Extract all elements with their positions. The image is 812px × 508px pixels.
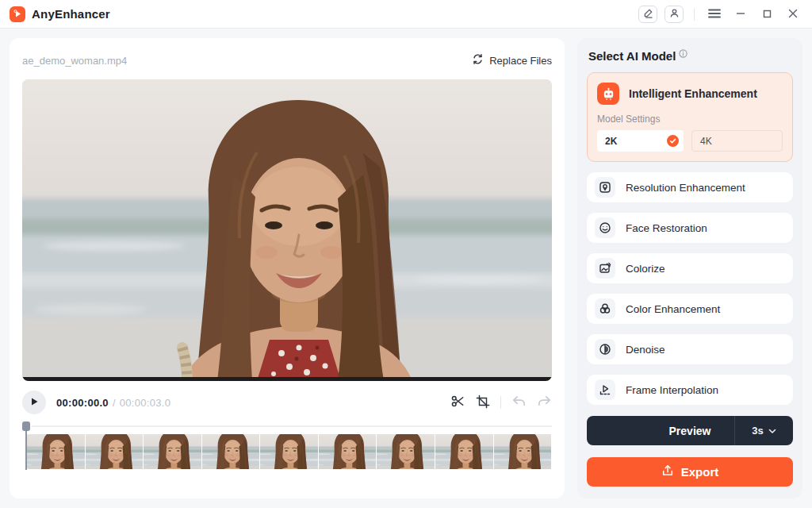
timeline-track[interactable] <box>32 425 552 427</box>
user-icon <box>669 7 680 21</box>
option-2k-button[interactable]: 2K <box>597 130 684 152</box>
account-button[interactable] <box>665 6 684 23</box>
pencil-icon <box>643 7 653 21</box>
resolution-enhancement-icon <box>595 177 615 198</box>
model-item-denoise[interactable]: Denoise <box>587 334 793 364</box>
model-item-resolution-enhancement[interactable]: Resolution Enhancement <box>587 172 793 202</box>
export-icon <box>661 464 674 479</box>
refresh-icon <box>472 53 484 67</box>
time-display: 00:00:00.0 / 00:00:03.0 <box>56 397 170 409</box>
titlebar: AnyEnhancer <box>0 0 812 29</box>
chevron-down-icon <box>768 425 776 437</box>
close-icon <box>788 7 798 21</box>
menu-button[interactable] <box>705 6 724 23</box>
preview-duration-dropdown[interactable]: 3s <box>734 416 793 445</box>
model-item-colorize[interactable]: Colorize <box>587 253 793 283</box>
face-restoration-icon <box>595 217 615 238</box>
tools-divider <box>500 396 501 409</box>
minimize-icon <box>736 7 745 21</box>
replace-files-button[interactable]: Replace Files <box>472 53 552 67</box>
crop-icon <box>476 394 490 411</box>
option-4k-button[interactable]: 4K <box>691 130 783 152</box>
preview-duration-value: 3s <box>752 425 763 437</box>
option-4k-label: 4K <box>700 136 712 147</box>
redo-button[interactable] <box>537 394 552 410</box>
robot-icon <box>597 83 619 105</box>
minimize-button[interactable] <box>731 6 750 23</box>
time-separator: / <box>113 397 116 409</box>
timeline-thumbnail[interactable] <box>435 434 494 469</box>
timeline-thumbnails[interactable] <box>27 434 552 469</box>
trim-button[interactable] <box>450 394 465 411</box>
check-icon <box>667 135 679 147</box>
crop-button[interactable] <box>476 394 490 411</box>
app-title: AnyEnhancer <box>32 7 110 21</box>
info-icon[interactable] <box>679 47 688 61</box>
filename-label: ae_demo_woman.mp4 <box>22 55 127 67</box>
timeline-thumbnail[interactable] <box>319 434 377 469</box>
total-duration: 00:00:03.0 <box>120 397 170 409</box>
model-item-label: Colorize <box>626 263 665 275</box>
feedback-button[interactable] <box>638 6 657 23</box>
frame-interpolation-icon <box>595 379 615 400</box>
model-settings-label: Model Settings <box>597 114 783 125</box>
model-item-label: Color Enhancement <box>626 303 720 315</box>
denoise-icon <box>595 339 615 360</box>
model-item-color-enhancement[interactable]: Color Enhancement <box>587 294 793 324</box>
timeline-playhead[interactable] <box>22 421 32 472</box>
model-item-intelligent-enhancement[interactable]: Intelligent Enhancement Model Settings 2… <box>587 72 793 162</box>
titlebar-divider <box>694 8 695 21</box>
timeline-thumbnail[interactable] <box>494 434 553 469</box>
video-scene <box>22 79 552 381</box>
timeline-thumbnail[interactable] <box>144 434 202 469</box>
video-panel: ae_demo_woman.mp4 Replace Files <box>10 38 565 498</box>
close-button[interactable] <box>783 6 802 23</box>
hamburger-icon <box>708 7 721 21</box>
sidebar-title: Select AI Model <box>588 49 676 63</box>
timeline-thumbnail[interactable] <box>86 434 144 469</box>
ai-model-sidebar: Select AI Model Intelligent Enhancement … <box>577 38 802 498</box>
export-button[interactable]: Export <box>587 457 793 487</box>
maximize-icon <box>763 7 772 21</box>
model-list: Resolution Enhancement Face Restoration … <box>587 172 793 405</box>
replace-files-label: Replace Files <box>489 55 552 67</box>
color-enhancement-icon <box>595 298 615 319</box>
timeline-thumbnail[interactable] <box>202 434 261 469</box>
timeline-thumbnail[interactable] <box>377 434 435 469</box>
undo-icon <box>511 394 527 410</box>
redo-icon <box>537 394 552 410</box>
option-2k-label: 2K <box>605 136 617 147</box>
model-item-label: Frame Interpolation <box>626 384 718 396</box>
play-icon <box>29 397 39 409</box>
undo-button[interactable] <box>511 394 527 410</box>
colorize-icon <box>595 258 615 279</box>
app-logo-icon <box>10 6 25 22</box>
preview-label: Preview <box>669 425 711 437</box>
timeline-thumbnail[interactable] <box>260 434 319 469</box>
model-item-label: Intelligent Enhancement <box>629 87 757 100</box>
video-preview[interactable] <box>22 79 552 381</box>
play-button[interactable] <box>22 391 46 414</box>
current-time: 00:00:00.0 <box>56 397 109 409</box>
timeline <box>22 421 552 474</box>
export-label: Export <box>681 465 719 479</box>
preview-button[interactable]: Preview 3s <box>587 416 793 445</box>
model-item-frame-interpolation[interactable]: Frame Interpolation <box>587 375 793 405</box>
timeline-thumbnail[interactable] <box>27 434 86 469</box>
maximize-button[interactable] <box>757 6 776 23</box>
scissors-icon <box>450 394 465 411</box>
playback-bar: 00:00:00.0 / 00:00:03.0 <box>22 390 552 415</box>
playhead-stem <box>25 430 27 470</box>
model-item-label: Resolution Enhancement <box>626 182 745 194</box>
model-item-face-restoration[interactable]: Face Restoration <box>587 213 793 243</box>
model-item-label: Denoise <box>626 344 665 356</box>
model-item-label: Face Restoration <box>626 222 707 234</box>
